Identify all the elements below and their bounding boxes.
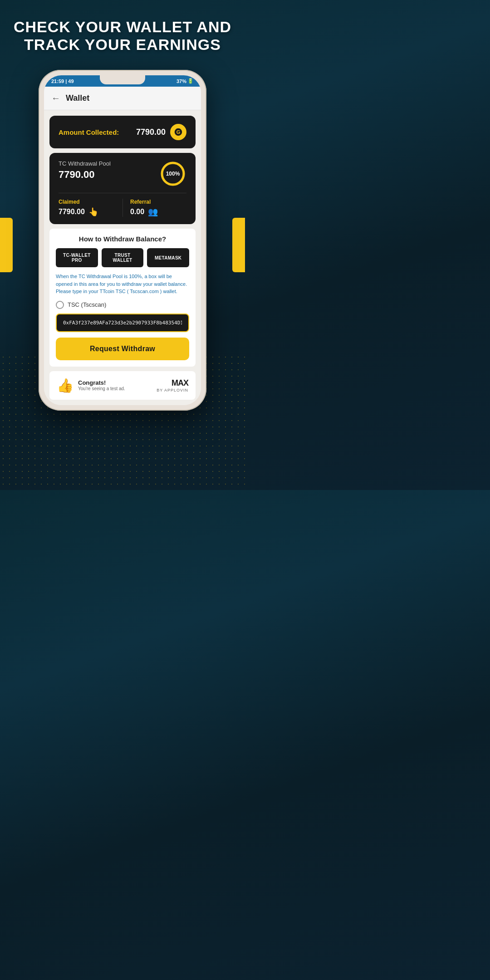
amount-collected-value: 7790.00 <box>136 127 166 137</box>
status-time: 21:59 | 49 <box>51 78 74 84</box>
app-content: Amount Collected: 7790.00 G <box>44 110 201 405</box>
withdraw-title: How to Withdraw Balance? <box>56 235 189 243</box>
back-button[interactable]: ← <box>51 93 60 103</box>
pool-card: TC Withdrawal Pool 7790.00 100% <box>49 153 196 224</box>
radio-label: TSC (Tscscan) <box>68 301 106 308</box>
amount-value-row: 7790.00 G <box>136 124 186 140</box>
pool-label: TC Withdrawal Pool <box>59 160 111 167</box>
pool-divider <box>59 193 186 193</box>
referral-stat: Referral 0.00 👥 <box>122 199 186 217</box>
ad-congrats: Congrats! <box>78 379 125 386</box>
page-container: CHECK YOUR WALLET AND TRACK YOUR EARNING… <box>0 0 245 420</box>
claimed-label: Claimed <box>59 199 122 205</box>
claimed-stat: Claimed 7790.00 👆 <box>59 199 122 217</box>
referral-icon: 👥 <box>148 207 158 217</box>
wallet-address-input[interactable] <box>56 314 189 332</box>
amount-collected-card: Amount Collected: 7790.00 G <box>49 116 196 148</box>
ad-sub: You're seeing a test ad. <box>78 386 125 391</box>
phone-frame: 21:59 | 49 37% 🔋 ← Wallet Amount Collect… <box>39 70 206 411</box>
app-title: Wallet <box>66 93 89 103</box>
referral-label: Referral <box>130 199 186 205</box>
referral-value-row: 0.00 👥 <box>130 207 186 217</box>
applovin-text: BY APPLOVIN <box>157 388 188 392</box>
pool-info: TC Withdrawal Pool 7790.00 <box>59 160 111 181</box>
phone-notch <box>100 75 145 84</box>
radio-button[interactable] <box>56 301 64 309</box>
battery-icon: 🔋 <box>187 78 194 84</box>
claimed-value: 7790.00 <box>59 208 85 216</box>
ad-banner: 👍 Congrats! You're seeing a test ad. MAX… <box>49 371 196 400</box>
max-text: MAX <box>157 378 188 388</box>
max-logo: MAX BY APPLOVIN <box>157 378 188 392</box>
metamask-button[interactable]: METAMASK <box>147 248 189 267</box>
wallet-buttons: TC-WALLET PRO TRUST WALLET METAMASK <box>56 248 189 267</box>
battery-indicator: 37% 🔋 <box>176 78 194 84</box>
touch-icon: 👆 <box>88 207 98 217</box>
tc-wallet-pro-button[interactable]: TC-WALLET PRO <box>56 248 98 267</box>
withdraw-section: How to Withdraw Balance? TC-WALLET PRO T… <box>49 229 196 367</box>
ad-left: 👍 Congrats! You're seeing a test ad. <box>57 377 125 393</box>
trust-wallet-button[interactable]: TRUST WALLET <box>102 248 144 267</box>
pool-value: 7790.00 <box>59 169 111 181</box>
referral-value: 0.00 <box>130 208 144 216</box>
app-header: ← Wallet <box>44 87 201 110</box>
progress-circle: 100% <box>159 160 186 187</box>
claimed-value-row: 7790.00 👆 <box>59 207 122 217</box>
amount-collected-label: Amount Collected: <box>59 128 119 136</box>
svg-text:G: G <box>176 129 181 135</box>
pool-top: TC Withdrawal Pool 7790.00 100% <box>59 160 186 187</box>
phone-screen: 21:59 | 49 37% 🔋 ← Wallet Amount Collect… <box>44 75 201 405</box>
ad-icon: 👍 <box>57 377 74 393</box>
withdraw-info: When the TC Withdrawal Pool is 100%, a b… <box>56 273 189 295</box>
page-headline: CHECK YOUR WALLET AND TRACK YOUR EARNING… <box>14 18 231 54</box>
ad-text: Congrats! You're seeing a test ad. <box>78 379 125 391</box>
radio-row: TSC (Tscscan) <box>56 301 189 309</box>
pool-bottom: Claimed 7790.00 👆 Referral 0.00 👥 <box>59 199 186 217</box>
coin-icon: G <box>170 124 186 140</box>
battery-level: 37% <box>176 78 186 84</box>
progress-text: 100% <box>166 171 180 177</box>
request-withdraw-button[interactable]: Request Withdraw <box>56 338 189 360</box>
